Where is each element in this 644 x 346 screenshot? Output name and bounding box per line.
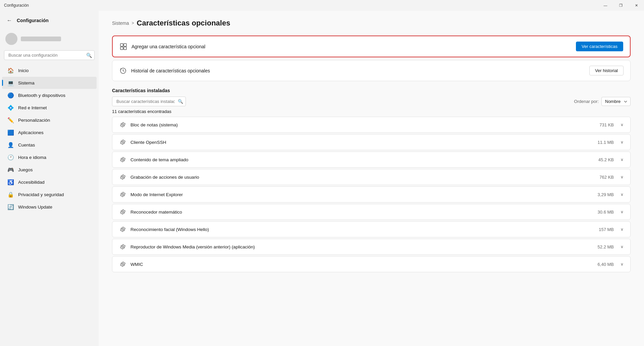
features-toolbar: 🔍 Ordenar por: NombreTamaño xyxy=(112,97,631,106)
sidebar-item-privacidad[interactable]: 🔒 Privacidad y seguridad xyxy=(2,188,97,200)
main-content: Sistema > Características opcionales Agr… xyxy=(99,11,644,346)
svg-rect-1 xyxy=(124,44,126,46)
sort-area: Ordenar por: NombreTamaño xyxy=(574,97,631,106)
feature-size-3: 762 KB xyxy=(599,175,614,180)
nav-icon-cuentas: 👤 xyxy=(7,141,14,148)
history-card: Historial de características opcionales … xyxy=(112,60,631,81)
chevron-down-icon: ∨ xyxy=(621,157,624,162)
feature-size-1: 11.1 MB xyxy=(598,140,614,145)
sidebar-item-windows_update[interactable]: 🔄 Windows Update xyxy=(2,201,97,213)
sidebar-nav: 🏠 Inicio 💻 Sistema 🔵 Bluetooth y disposi… xyxy=(0,64,99,346)
sidebar-item-bluetooth[interactable]: 🔵 Bluetooth y dispositivos xyxy=(2,89,97,101)
feature-item[interactable]: WMIC 6,40 MB ∨ xyxy=(112,256,631,272)
nav-icon-juegos: 🎮 xyxy=(7,166,14,173)
feature-name-7: Reproductor de Windows Media (versión an… xyxy=(130,244,594,249)
chevron-down-icon: ∨ xyxy=(621,140,624,145)
svg-rect-0 xyxy=(120,44,123,46)
features-search-box: 🔍 xyxy=(112,97,186,106)
features-list: Bloc de notas (sistema) 731 KB ∨ Cliente… xyxy=(112,117,631,272)
feature-item[interactable]: Grabación de acciones de usuario 762 KB … xyxy=(112,169,631,185)
search-input[interactable] xyxy=(4,50,95,60)
feature-size-6: 157 MB xyxy=(599,227,614,232)
app-container: ← Configuración 🔍 🏠 Inicio 💻 Sistema 🔵 B… xyxy=(0,11,644,346)
minimize-button[interactable]: — xyxy=(598,0,613,11)
sidebar-item-sistema[interactable]: 💻 Sistema xyxy=(2,77,97,89)
breadcrumb: Sistema > Características opcionales xyxy=(112,19,631,27)
sort-select[interactable]: NombreTamaño xyxy=(601,97,631,106)
avatar xyxy=(5,33,17,45)
nav-label-juegos: Juegos xyxy=(18,167,33,172)
feature-item[interactable]: Reconocimiento facial (Windows Hello) 15… xyxy=(112,221,631,237)
chevron-down-icon: ∨ xyxy=(621,192,624,197)
nav-label-aplicaciones: Aplicaciones xyxy=(18,130,44,135)
sidebar-item-juegos[interactable]: 🎮 Juegos xyxy=(2,164,97,176)
nav-label-accesibilidad: Accesibilidad xyxy=(18,180,45,185)
feature-item[interactable]: Contenido de tema ampliado 45.2 KB ∨ xyxy=(112,152,631,168)
breadcrumb-separator: > xyxy=(132,21,134,25)
feature-item[interactable]: Reconocedor matemático 30.6 MB ∨ xyxy=(112,204,631,220)
chevron-down-icon: ∨ xyxy=(621,262,624,267)
view-history-button[interactable]: Ver historial xyxy=(589,66,624,75)
sidebar-item-red[interactable]: 💠 Red e Internet xyxy=(2,102,97,114)
nav-icon-sistema: 💻 xyxy=(7,79,14,86)
nav-icon-hora: 🕐 xyxy=(7,154,14,161)
installed-section-title: Características instaladas xyxy=(112,88,631,93)
sidebar-item-cuentas[interactable]: 👤 Cuentas xyxy=(2,139,97,151)
feature-size-5: 30.6 MB xyxy=(598,210,614,215)
feature-name-8: WMIC xyxy=(130,262,594,267)
features-count: 11 características encontradas xyxy=(112,109,631,114)
titlebar-title: Configuración xyxy=(4,3,29,8)
sidebar-item-accesibilidad[interactable]: ♿ Accesibilidad xyxy=(2,176,97,188)
titlebar-controls: — ❐ ✕ xyxy=(598,0,644,11)
sidebar-item-aplicaciones[interactable]: 🟦 Aplicaciones xyxy=(2,126,97,138)
sidebar-header: ← Configuración xyxy=(0,13,99,30)
feature-icon-3 xyxy=(119,173,126,181)
feature-item[interactable]: Cliente OpenSSH 11.1 MB ∨ xyxy=(112,134,631,150)
feature-icon-7 xyxy=(119,243,126,250)
nav-label-windows_update: Windows Update xyxy=(18,205,52,210)
nav-icon-red: 💠 xyxy=(7,104,14,111)
feature-name-2: Contenido de tema ampliado xyxy=(130,157,594,162)
sidebar-app-title: Configuración xyxy=(17,18,49,23)
search-icon[interactable]: 🔍 xyxy=(86,53,92,58)
nav-label-red: Red e Internet xyxy=(18,105,47,110)
chevron-down-icon: ∨ xyxy=(621,210,624,214)
search-box: 🔍 xyxy=(4,50,95,60)
nav-icon-personalizacion: ✏️ xyxy=(7,117,14,123)
sidebar-item-personalizacion[interactable]: ✏️ Personalización xyxy=(2,114,97,126)
chevron-down-icon: ∨ xyxy=(621,122,624,127)
titlebar: Configuración — ❐ ✕ xyxy=(0,0,644,11)
restore-button[interactable]: ❐ xyxy=(613,0,629,11)
history-icon xyxy=(119,67,127,75)
avatar-name xyxy=(21,37,61,41)
add-feature-row: Agregar una característica opcional Ver … xyxy=(113,36,630,57)
feature-icon-6 xyxy=(119,226,126,233)
nav-label-bluetooth: Bluetooth y dispositivos xyxy=(18,93,65,98)
features-search-input[interactable] xyxy=(112,97,186,106)
feature-icon-2 xyxy=(119,156,126,163)
feature-item[interactable]: Bloc de notas (sistema) 731 KB ∨ xyxy=(112,117,631,133)
nav-icon-accesibilidad: ♿ xyxy=(7,179,14,185)
breadcrumb-parent[interactable]: Sistema xyxy=(112,20,129,26)
feature-icon-0 xyxy=(119,121,126,128)
add-feature-icon xyxy=(119,43,127,51)
nav-label-hora: Hora e idioma xyxy=(18,155,46,160)
sidebar-item-hora[interactable]: 🕐 Hora e idioma xyxy=(2,151,97,163)
view-features-button[interactable]: Ver características xyxy=(576,42,623,51)
sidebar-item-inicio[interactable]: 🏠 Inicio xyxy=(2,64,97,76)
feature-item[interactable]: Modo de Internet Explorer 3,29 MB ∨ xyxy=(112,186,631,203)
feature-size-7: 52.2 MB xyxy=(598,244,614,249)
chevron-down-icon: ∨ xyxy=(621,227,624,232)
nav-label-inicio: Inicio xyxy=(18,68,29,73)
feature-icon-4 xyxy=(119,191,126,198)
close-button[interactable]: ✕ xyxy=(629,0,644,11)
chevron-down-icon: ∨ xyxy=(621,175,624,179)
feature-size-4: 3,29 MB xyxy=(598,192,614,197)
features-search-icon: 🔍 xyxy=(178,99,183,104)
sidebar-avatar-area xyxy=(0,30,99,50)
feature-item[interactable]: Reproductor de Windows Media (versión an… xyxy=(112,239,631,255)
back-button[interactable]: ← xyxy=(5,16,13,25)
page-title: Características opcionales xyxy=(137,19,230,27)
feature-size-8: 6,40 MB xyxy=(598,262,614,267)
chevron-down-icon: ∨ xyxy=(621,244,624,249)
